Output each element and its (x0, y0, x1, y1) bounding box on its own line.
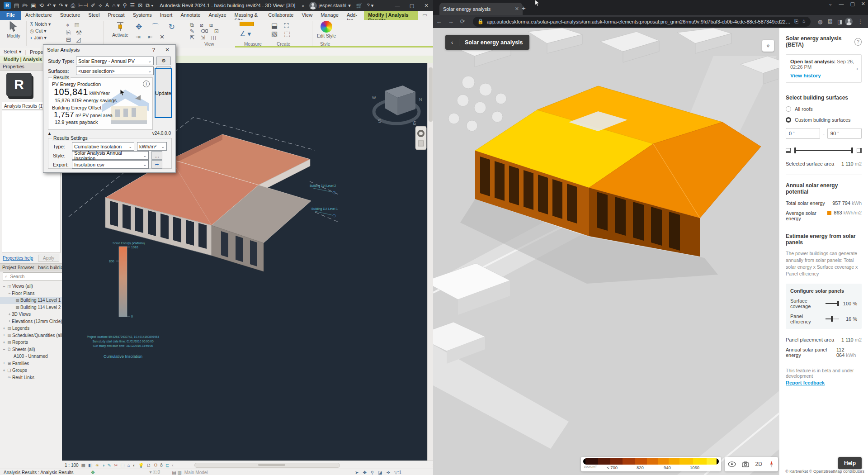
activate-tool[interactable]: Activate (110, 21, 131, 38)
crop-view-icon[interactable]: ✂ (114, 463, 118, 468)
select-pinned-icon[interactable]: ⚲ (371, 470, 374, 475)
tree-item-legends[interactable]: + ▤ Legends (0, 325, 62, 332)
forward-icon[interactable]: → (445, 18, 457, 25)
visibility-eye-icon[interactable] (728, 461, 736, 467)
tab-view[interactable]: View (297, 11, 316, 20)
temporary-isolate-icon[interactable]: ◐ (133, 463, 136, 468)
extensions-puzzle-icon[interactable]: ⚄ (825, 19, 835, 25)
tree-item-views[interactable]: − ◫ Views (all) (0, 283, 62, 290)
edit-style-button[interactable]: Edit Style (316, 21, 336, 38)
design-options-icon[interactable]: ▤ ▥ (172, 470, 182, 475)
notch-tool[interactable]: ⊼ Notch ▾ (30, 21, 51, 27)
dialog-help-icon[interactable]: ? (149, 47, 158, 52)
coverage-slider[interactable] (826, 303, 839, 304)
tab-annotate[interactable]: Annotate (176, 11, 204, 20)
compass-icon[interactable] (768, 461, 775, 468)
panel-help-icon[interactable]: ? (854, 38, 862, 46)
help-button[interactable]: Help (838, 457, 862, 470)
tab-precast[interactable]: Precast (104, 11, 128, 20)
cut-tool[interactable]: ◎ Cut ▾ (30, 28, 51, 33)
extension-icon[interactable]: ◍ (815, 19, 825, 25)
shadows-icon[interactable]: ◑ (102, 463, 104, 468)
expander-icon[interactable]: + (2, 333, 6, 337)
tab-analyze[interactable]: Analyze (204, 11, 230, 20)
save-icon[interactable]: ▣ (31, 2, 36, 9)
back-icon[interactable]: ← (433, 18, 445, 25)
tab-manage[interactable]: Manage (316, 11, 343, 20)
dialog-titlebar[interactable]: Solar Analysis ? ✕ (43, 45, 175, 55)
solar-analysis-dialog[interactable]: Solar Analysis ? ✕ Study Type: Solar Ene… (43, 44, 176, 173)
create-group-icons[interactable]: ⬓ ⛶▧ ⬚ (271, 22, 293, 38)
efficiency-slider[interactable] (826, 318, 839, 319)
expander-icon[interactable]: − (2, 347, 6, 352)
view-history-link[interactable]: View history (790, 73, 857, 78)
active-design-option[interactable]: Main Model (184, 470, 208, 475)
home-icon[interactable]: ▤ (14, 2, 19, 9)
settings-gear-button[interactable]: ⚙ (156, 57, 171, 65)
back-chevron-icon[interactable]: ‹ (445, 39, 459, 46)
expander-icon[interactable]: − (7, 291, 12, 295)
tree-item-sheets[interactable]: − 🗋 Sheets (all) (0, 346, 62, 353)
close-hidden-icon[interactable]: ⊠ (138, 2, 142, 9)
filter-icon[interactable]: ▽:1 (394, 470, 401, 475)
collapse-settings-icon[interactable]: ▲ (47, 131, 52, 136)
measure-icon[interactable]: ⊢⊣ (78, 2, 88, 9)
tree-item-building114-level1[interactable]: ▦ Building 114 Level 1 (0, 297, 62, 304)
ribbon-state-icon[interactable]: ▭ ▾ (418, 11, 433, 20)
3d-lock-icon[interactable]: ⌂ (127, 463, 130, 468)
apply-button[interactable]: Apply (38, 255, 59, 261)
editing-requests[interactable]: ▾ ⚿:0 (149, 470, 160, 475)
radio-all-roofs[interactable]: All roofs (786, 106, 862, 112)
temporary-view-icon[interactable]: ⛭ (154, 462, 157, 468)
tab-architecture[interactable]: Architecture (21, 11, 56, 20)
select-by-face-icon[interactable]: ◪ (378, 470, 382, 475)
undo-icon[interactable]: ↶ ▾ (47, 2, 56, 9)
mode-2d-button[interactable]: 2D (755, 461, 762, 467)
angle-range-slider[interactable] (786, 148, 862, 153)
open-icon[interactable]: 🗁 (22, 2, 28, 9)
tab-close-icon[interactable]: ✕ (515, 6, 519, 12)
modify-tools-icons[interactable]: ⌖ ▦⎘ ⚒⊟ ◿ (66, 22, 84, 43)
tree-item-families[interactable]: + ⊞ Families (0, 360, 62, 367)
report-feedback-link[interactable]: Report feedback (786, 380, 862, 385)
project-browser-header[interactable]: Project Browser - basic building revi...… (0, 263, 66, 271)
surfaces-dropdown[interactable]: <user selection>⌄ (76, 66, 154, 75)
minimize-button[interactable]: — (391, 0, 404, 10)
profile-avatar[interactable] (845, 18, 853, 25)
new-tab-button[interactable]: + (522, 4, 526, 12)
tree-item-revit-links[interactable]: ∞ Revit Links (0, 374, 62, 381)
print-icon[interactable]: ⎙ (71, 2, 75, 9)
study-type-dropdown[interactable]: Solar Energy - Annual PV⌄ (76, 57, 154, 65)
expander-icon[interactable]: − (2, 284, 6, 289)
tag-icon[interactable]: ⟡ (99, 2, 102, 9)
sketchy-lines-icon[interactable]: ✎ (108, 463, 111, 468)
aligned-dim-icon[interactable]: ✐ (91, 2, 95, 9)
viewport-vscrollbar[interactable] (427, 63, 434, 461)
reveal-hidden-icon[interactable]: 💡 (138, 463, 144, 468)
panel-label-view[interactable]: View (204, 42, 214, 47)
slider-track[interactable] (794, 150, 853, 151)
type-dropdown[interactable]: Cumulative Insolation⌄ (72, 142, 134, 151)
update-button[interactable]: Update (155, 68, 172, 118)
visual-style-icon[interactable]: ◧ (88, 463, 92, 468)
account-button[interactable]: jesper.staahl ▾ (309, 2, 351, 10)
revit-logo-icon[interactable]: R (4, 2, 11, 9)
menu-kebab-icon[interactable]: ⋮ (855, 19, 865, 25)
close-button[interactable]: ✕ (420, 0, 433, 10)
modify-tool[interactable]: Modify (5, 21, 23, 38)
detail-level-icon[interactable]: ▩ (81, 463, 85, 468)
slider-handle-min[interactable] (794, 147, 796, 153)
expander-icon[interactable]: + (2, 340, 6, 345)
clipboard-tools[interactable]: ⧉ ⧄ ⊞✎ ⌫ ⊡⇱ ⇲ ◫ (190, 22, 221, 41)
tree-item-3d-views[interactable]: + 3D Views (0, 311, 62, 318)
analysis-breadcrumb[interactable]: ‹ Solar energy analysis (445, 35, 529, 50)
search-icon[interactable]: ⌕ (302, 3, 304, 9)
style-browse-button[interactable]: … (151, 151, 162, 160)
worksets-icon[interactable]: ❖ (91, 470, 95, 475)
select-underlay-icon[interactable]: ✥ (363, 470, 366, 475)
bookmark-star-icon[interactable]: ☆ (802, 19, 806, 24)
tree-item-reports[interactable]: + ▧ Reports (0, 339, 62, 346)
browser-tab[interactable]: Solar energy analysis ✕ (439, 3, 523, 15)
slider-handle-max[interactable] (851, 147, 853, 153)
select-dropdown[interactable]: Select ▾ (4, 49, 21, 55)
